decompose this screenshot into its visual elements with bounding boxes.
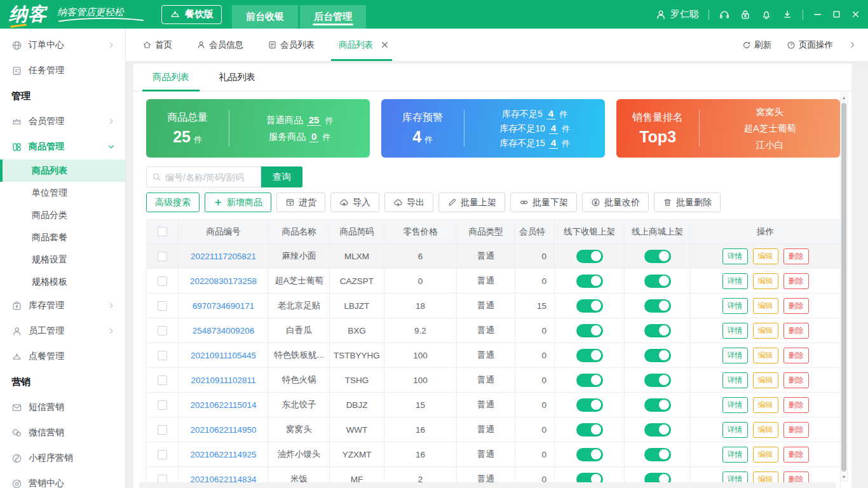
edit-button[interactable]: 编辑 <box>753 298 778 314</box>
sidebar-item[interactable]: 点餐管理 <box>0 344 125 369</box>
sidebar-item[interactable]: 短信营销 <box>0 395 125 420</box>
headset-icon[interactable] <box>719 9 730 20</box>
sidebar-subitem[interactable]: 单位管理 <box>0 182 125 204</box>
toolbar-button[interactable]: 新增商品 <box>205 193 271 212</box>
scrollbar-thumb[interactable] <box>841 103 846 471</box>
detail-button[interactable]: 详情 <box>722 372 748 388</box>
content-tab[interactable]: 礼品列表 <box>210 64 264 91</box>
toolbar-button[interactable]: 批量下架 <box>510 193 577 212</box>
sidebar-item[interactable]: 营销中心 <box>0 471 125 488</box>
topnav-tab[interactable]: 前台收银 <box>232 5 298 29</box>
toolbar-button[interactable]: 进货 <box>276 193 325 212</box>
refresh-button[interactable]: 刷新 <box>742 39 771 51</box>
sidebar-item[interactable]: 微信营销 <box>0 420 125 445</box>
detail-button[interactable]: 详情 <box>722 273 748 289</box>
del-button[interactable]: 删除 <box>783 447 809 463</box>
maximize-button[interactable] <box>832 10 841 19</box>
minimize-button[interactable] <box>813 10 822 19</box>
toolbar-button[interactable]: 批量删除 <box>654 193 721 212</box>
select-all-checkbox[interactable] <box>158 227 167 236</box>
detail-button[interactable]: 详情 <box>722 397 748 413</box>
row-checkbox[interactable] <box>158 351 167 360</box>
offline-toggle[interactable] <box>576 448 603 461</box>
product-code-link[interactable]: 20210622114925 <box>190 450 256 459</box>
row-checkbox[interactable] <box>158 376 167 385</box>
del-button[interactable]: 删除 <box>783 397 809 413</box>
scroll-down-arrow[interactable]: ▼ <box>842 473 846 481</box>
sidebar-item[interactable]: 员工管理 <box>0 318 125 344</box>
offline-toggle[interactable] <box>576 423 603 437</box>
del-button[interactable]: 删除 <box>783 372 809 388</box>
toolbar-button[interactable]: 高级搜索 <box>146 193 200 212</box>
online-toggle[interactable] <box>644 274 671 288</box>
horizontal-scrollbar[interactable] <box>139 482 836 488</box>
row-checkbox[interactable] <box>158 252 167 261</box>
toolbar-button[interactable]: 批量改价 <box>582 193 649 212</box>
edit-button[interactable]: 编辑 <box>753 273 778 289</box>
edit-button[interactable]: 编辑 <box>753 372 778 388</box>
del-button[interactable]: 删除 <box>783 323 809 339</box>
product-code-link[interactable]: 20210622114950 <box>190 425 256 435</box>
edit-button[interactable]: 编辑 <box>753 447 778 463</box>
edit-button[interactable]: 编辑 <box>753 397 778 413</box>
product-code-link[interactable]: 2548734009206 <box>193 326 255 336</box>
breadcrumb-tab[interactable]: 会员信息 <box>196 29 243 61</box>
edition-button[interactable]: 餐饮版 <box>161 5 222 24</box>
del-button[interactable]: 删除 <box>783 422 809 438</box>
sidebar-item[interactable]: 会员管理 <box>0 109 125 134</box>
close-icon[interactable] <box>380 40 390 50</box>
edit-button[interactable]: 编辑 <box>753 348 778 363</box>
online-toggle[interactable] <box>644 349 671 362</box>
breadcrumb-tab[interactable]: 首页 <box>142 29 172 61</box>
online-toggle[interactable] <box>644 398 671 412</box>
offline-toggle[interactable] <box>576 299 603 313</box>
del-button[interactable]: 删除 <box>783 348 809 363</box>
toolbar-button[interactable]: 导入 <box>330 193 379 212</box>
detail-button[interactable]: 详情 <box>722 447 748 463</box>
topnav-tab[interactable]: 后台管理 <box>300 5 366 29</box>
sidebar-item[interactable]: 商品管理 <box>0 134 125 159</box>
search-button[interactable]: 查询 <box>261 166 302 187</box>
del-button[interactable]: 删除 <box>783 248 809 264</box>
offline-toggle[interactable] <box>576 398 603 412</box>
bell-icon[interactable] <box>761 9 772 20</box>
download-icon[interactable] <box>782 9 793 20</box>
sidebar-subitem[interactable]: 规格设置 <box>0 248 125 271</box>
detail-button[interactable]: 详情 <box>722 323 748 339</box>
online-toggle[interactable] <box>644 299 671 313</box>
sidebar-item[interactable]: 小程序营销 <box>0 445 125 471</box>
product-code-link[interactable]: 20210911102811 <box>191 376 255 385</box>
sidebar-subitem[interactable]: 商品套餐 <box>0 226 125 248</box>
online-toggle[interactable] <box>644 448 671 461</box>
sidebar-subitem[interactable]: 商品列表 <box>0 159 125 182</box>
sidebar-subitem[interactable]: 商品分类 <box>0 204 125 226</box>
edit-button[interactable]: 编辑 <box>753 323 778 339</box>
user-menu[interactable]: 罗仁聪 <box>655 8 699 20</box>
online-toggle[interactable] <box>644 374 671 387</box>
toolbar-button[interactable]: 批量上架 <box>438 193 505 212</box>
sidebar-subitem[interactable]: 规格模板 <box>0 271 125 293</box>
scroll-up-arrow[interactable]: ▲ <box>842 93 846 102</box>
online-toggle[interactable] <box>644 423 671 437</box>
sidebar-item[interactable]: 库存管理 <box>0 293 125 318</box>
sidebar-item[interactable]: 任务管理 <box>0 58 125 83</box>
detail-button[interactable]: 详情 <box>722 422 748 438</box>
breadcrumb-tab[interactable]: 商品列表 <box>339 29 390 61</box>
search-input[interactable] <box>165 172 254 182</box>
detail-button[interactable]: 详情 <box>722 348 748 363</box>
product-code-link[interactable]: 20210622115014 <box>190 400 256 410</box>
offline-toggle[interactable] <box>576 274 603 288</box>
lock-icon[interactable] <box>740 9 751 20</box>
product-code-link[interactable]: 20220830173258 <box>190 276 257 286</box>
vertical-scrollbar[interactable]: ▲ ▼ <box>840 93 848 482</box>
detail-button[interactable]: 详情 <box>722 248 748 264</box>
row-checkbox[interactable] <box>158 276 167 286</box>
edit-button[interactable]: 编辑 <box>753 422 778 438</box>
row-checkbox[interactable] <box>158 301 167 311</box>
del-button[interactable]: 删除 <box>783 298 809 314</box>
online-toggle[interactable] <box>644 324 671 337</box>
offline-toggle[interactable] <box>576 250 603 263</box>
product-code-link[interactable]: 20210911105445 <box>191 351 256 360</box>
content-tab[interactable]: 商品列表 <box>144 64 198 91</box>
row-checkbox[interactable] <box>158 326 167 336</box>
